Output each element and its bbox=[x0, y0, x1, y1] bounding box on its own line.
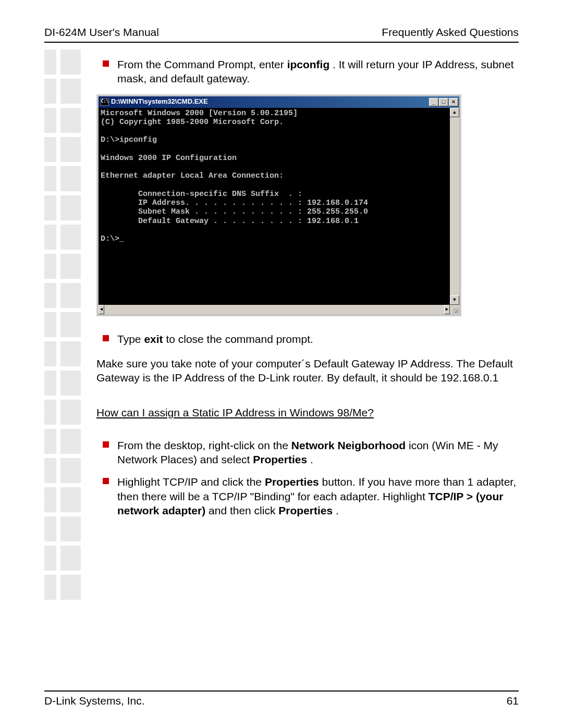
bullet-ipconfig: From the Command Prompt, enter ipconfig … bbox=[103, 57, 519, 86]
close-button: × bbox=[449, 98, 458, 106]
footer-page-number: 61 bbox=[507, 695, 519, 707]
cmd-title: D:\WINNT\system32\CMD.EXE bbox=[111, 97, 429, 106]
bullet-tcpip: Highlight TCP/IP and click the Propertie… bbox=[103, 475, 519, 517]
bullet-text: From the desktop, right-click on the Net… bbox=[117, 438, 519, 467]
resize-grip-icon bbox=[450, 305, 459, 314]
scroll-down-icon: ▼ bbox=[450, 295, 459, 305]
bullet-icon bbox=[103, 441, 109, 448]
scroll-right-icon: ► bbox=[444, 305, 450, 314]
bullet-network-neighborhood: From the desktop, right-click on the Net… bbox=[103, 438, 519, 467]
vertical-scrollbar: ▲ ▼ bbox=[450, 108, 459, 305]
cmd-output: Microsoft Windows 2000 [Version 5.00.219… bbox=[99, 108, 450, 305]
decorative-sidebar bbox=[44, 50, 81, 600]
bullet-icon bbox=[103, 60, 109, 67]
minimize-button: _ bbox=[429, 98, 438, 106]
horizontal-scrollbar: ◄ ► bbox=[99, 305, 459, 314]
faq-question: How can I assign a Static IP Address in … bbox=[96, 405, 519, 419]
bullet-icon bbox=[103, 478, 109, 484]
page-header: DI-624M User's Manual Frequently Asked Q… bbox=[44, 26, 519, 43]
gateway-paragraph: Make sure you take note of your computer… bbox=[96, 356, 519, 385]
footer-left: D-Link Systems, Inc. bbox=[44, 695, 145, 707]
bullet-icon bbox=[103, 335, 109, 341]
cmd-icon: C:\ bbox=[101, 98, 109, 106]
cmd-titlebar: C:\ D:\WINNT\system32\CMD.EXE _ □ × bbox=[99, 96, 459, 108]
header-left: DI-624M User's Manual bbox=[44, 26, 159, 39]
bullet-text: Type exit to close the command prompt. bbox=[117, 332, 519, 346]
command-prompt-screenshot: C:\ D:\WINNT\system32\CMD.EXE _ □ × Micr… bbox=[96, 94, 461, 316]
scroll-up-icon: ▲ bbox=[450, 108, 459, 117]
maximize-button: □ bbox=[439, 98, 448, 106]
bullet-exit: Type exit to close the command prompt. bbox=[103, 332, 519, 346]
scroll-left-icon: ◄ bbox=[99, 305, 104, 314]
bullet-text: From the Command Prompt, enter ipconfig … bbox=[117, 57, 519, 86]
main-content: From the Command Prompt, enter ipconfig … bbox=[96, 57, 519, 517]
bullet-text: Highlight TCP/IP and click the Propertie… bbox=[117, 475, 519, 517]
page-footer: D-Link Systems, Inc. 61 bbox=[44, 690, 519, 707]
header-right: Frequently Asked Questions bbox=[382, 26, 519, 39]
